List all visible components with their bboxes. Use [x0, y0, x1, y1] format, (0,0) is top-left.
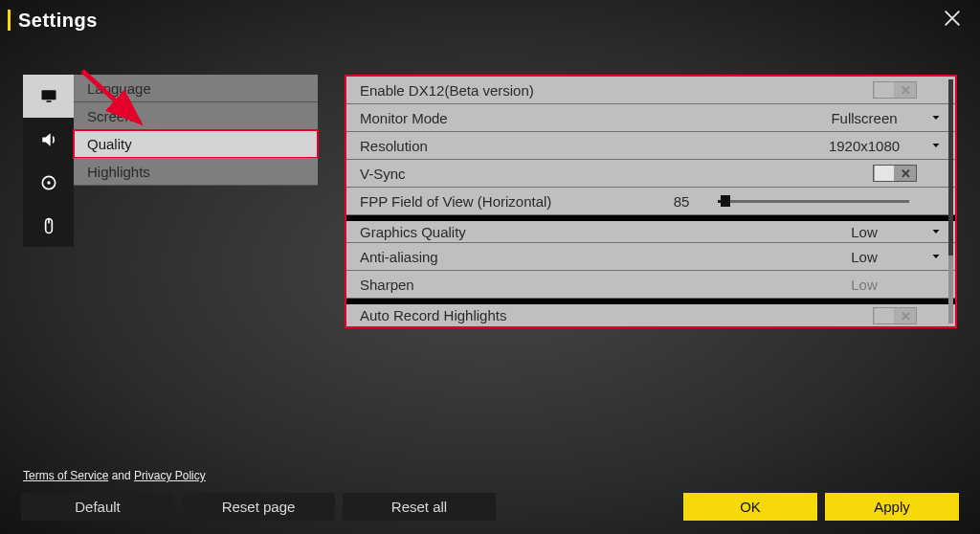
- toggle-auto-record[interactable]: ✕: [873, 307, 917, 324]
- row-label: Resolution: [360, 138, 428, 154]
- link-privacy[interactable]: Privacy Policy: [134, 469, 206, 482]
- row-label: Sharpen: [360, 277, 414, 293]
- row-anti-aliasing[interactable]: Anti-aliasing Low: [346, 243, 955, 271]
- chevron-down-icon: [930, 251, 942, 262]
- default-button[interactable]: Default: [21, 493, 174, 521]
- tab-controls[interactable]: [23, 161, 74, 204]
- tab-mouse[interactable]: [23, 204, 74, 247]
- ok-button[interactable]: OK: [683, 493, 817, 521]
- row-label: Monitor Mode: [360, 110, 448, 126]
- row-value: Fullscreen: [812, 110, 917, 126]
- row-resolution[interactable]: Resolution 1920x1080: [346, 132, 955, 160]
- row-label: Auto Record Highlights: [360, 307, 506, 323]
- row-fov: FPP Field of View (Horizontal) 85: [346, 188, 955, 215]
- monitor-icon: [39, 87, 58, 106]
- row-label: Anti-aliasing: [360, 249, 438, 265]
- row-value: Low: [812, 249, 917, 265]
- close-button[interactable]: [942, 8, 963, 33]
- crosshair-icon: [39, 173, 58, 192]
- reset-page-button[interactable]: Reset page: [182, 493, 335, 521]
- mouse-icon: [39, 216, 58, 235]
- chevron-down-icon: [930, 226, 942, 237]
- submenu-item-language[interactable]: Language: [74, 75, 318, 102]
- scrollbar[interactable]: [948, 79, 953, 323]
- close-icon: [942, 8, 963, 29]
- row-label: Enable DX12(Beta version): [360, 82, 534, 99]
- settings-panel: Enable DX12(Beta version) ✕ Monitor Mode…: [345, 75, 957, 328]
- row-vsync: V-Sync ✕: [346, 160, 955, 188]
- tab-audio[interactable]: [23, 118, 74, 161]
- row-value: Low: [812, 224, 917, 240]
- chevron-down-icon: [930, 140, 942, 151]
- row-enable-dx12: Enable DX12(Beta version) ✕: [346, 77, 955, 104]
- row-sharpen: Sharpen Low: [346, 271, 955, 299]
- legal-text: Terms of Service and Privacy Policy: [23, 469, 206, 482]
- reset-all-button[interactable]: Reset all: [343, 493, 496, 521]
- svg-point-3: [47, 181, 50, 184]
- speaker-icon: [39, 130, 58, 149]
- row-label: V-Sync: [360, 166, 406, 182]
- toggle-vsync[interactable]: ✕: [873, 165, 917, 182]
- footer-buttons: Default Reset page Reset all OK Apply: [21, 493, 959, 521]
- accent-stripe: [8, 10, 11, 31]
- svg-rect-0: [41, 90, 56, 100]
- submenu-item-quality[interactable]: Quality: [74, 130, 318, 158]
- chevron-down-icon: [930, 112, 942, 123]
- link-tos[interactable]: Terms of Service: [23, 469, 108, 482]
- category-tabs: [23, 75, 74, 247]
- row-graphics-quality[interactable]: Graphics Quality Low: [346, 215, 955, 243]
- row-label: FPP Field of View (Horizontal): [360, 193, 551, 210]
- page-title: Settings: [18, 10, 98, 32]
- toggle-dx12[interactable]: ✕: [873, 81, 917, 99]
- row-auto-record: Auto Record Highlights ✕: [346, 299, 955, 326]
- scrollbar-thumb[interactable]: [948, 79, 953, 256]
- submenu: Language Screen Quality Highlights: [74, 75, 318, 247]
- tab-display[interactable]: [23, 75, 74, 118]
- row-label: Graphics Quality: [360, 224, 466, 240]
- svg-rect-1: [46, 100, 51, 102]
- fov-value: 85: [662, 193, 701, 210]
- row-value: Low: [812, 277, 917, 293]
- fov-slider[interactable]: [718, 200, 909, 203]
- row-monitor-mode[interactable]: Monitor Mode Fullscreen: [346, 104, 955, 132]
- apply-button[interactable]: Apply: [825, 493, 959, 521]
- submenu-item-screen[interactable]: Screen: [74, 102, 318, 130]
- row-value: 1920x1080: [812, 138, 917, 154]
- submenu-item-highlights[interactable]: Highlights: [74, 158, 318, 186]
